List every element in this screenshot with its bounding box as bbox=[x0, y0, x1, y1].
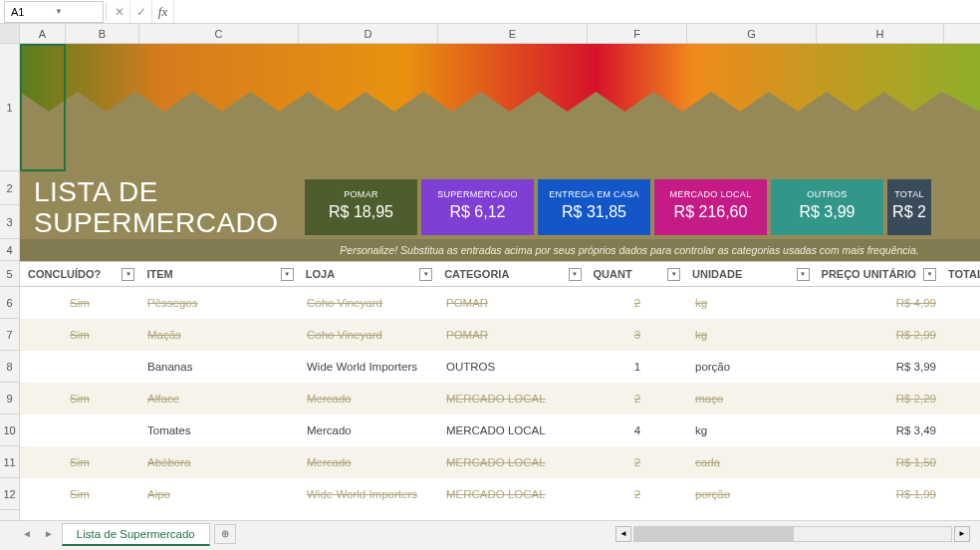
cell-item[interactable]: Aipo bbox=[139, 488, 299, 500]
table-row[interactable]: SimMaçãsCoho VineyardPOMAR3kgR$ 2,99 bbox=[20, 319, 980, 351]
cell-concluido[interactable]: Sim bbox=[20, 488, 139, 500]
row-header[interactable]: 10 bbox=[0, 414, 19, 446]
row-header[interactable]: 8 bbox=[0, 351, 19, 383]
cell-categoria[interactable]: MERCADO LOCAL bbox=[438, 456, 588, 468]
th-loja[interactable]: LOJA▼ bbox=[298, 262, 436, 286]
cell-quant[interactable]: 2 bbox=[588, 297, 687, 309]
cell-item[interactable]: Maçãs bbox=[139, 329, 299, 341]
cell-preco[interactable]: R$ 1,50 bbox=[817, 456, 944, 468]
row-header[interactable]: 4 bbox=[0, 239, 19, 261]
col-header[interactable]: F bbox=[588, 24, 687, 43]
confirm-icon[interactable]: ✓ bbox=[130, 1, 152, 23]
filter-icon[interactable]: ▼ bbox=[281, 268, 294, 281]
cell-loja[interactable]: Wide World Importers bbox=[299, 361, 438, 373]
fx-icon[interactable]: fx bbox=[152, 1, 174, 23]
scroll-thumb[interactable] bbox=[634, 527, 794, 541]
cell-unidade[interactable]: kg bbox=[687, 297, 817, 309]
scroll-right-button[interactable]: ► bbox=[954, 526, 970, 542]
cell-preco[interactable]: R$ 2,99 bbox=[817, 329, 944, 341]
col-header[interactable]: G bbox=[687, 24, 817, 43]
cell-item[interactable]: Alface bbox=[139, 393, 299, 405]
add-sheet-button[interactable]: ⊕ bbox=[214, 524, 236, 544]
name-box[interactable]: A1 ▼ bbox=[4, 1, 104, 23]
scroll-left-button[interactable]: ◄ bbox=[615, 526, 631, 542]
cell-concluido[interactable]: Sim bbox=[20, 393, 139, 405]
cell-categoria[interactable]: POMAR bbox=[438, 297, 588, 309]
cell-categoria[interactable]: MERCADO LOCAL bbox=[438, 424, 588, 436]
cell-preco[interactable]: R$ 3,99 bbox=[817, 361, 944, 373]
th-quant[interactable]: QUANT▼ bbox=[586, 262, 685, 286]
filter-icon[interactable]: ▼ bbox=[797, 268, 810, 281]
cell-quant[interactable]: 2 bbox=[588, 393, 687, 405]
cell-categoria[interactable]: MERCADO LOCAL bbox=[438, 488, 588, 500]
filter-icon[interactable]: ▼ bbox=[923, 268, 936, 281]
cell-item[interactable]: Bananas bbox=[139, 361, 299, 373]
cancel-icon[interactable]: ✕ bbox=[109, 1, 130, 23]
th-concluido[interactable]: CONCLUÍDO?▼ bbox=[20, 262, 138, 286]
col-header[interactable]: H bbox=[817, 24, 944, 43]
table-row[interactable]: SimPêssegosCoho VineyardPOMAR2kgR$ 4,99 bbox=[20, 287, 980, 319]
cell-item[interactable]: Pêssegos bbox=[139, 297, 299, 309]
cell-preco[interactable]: R$ 1,99 bbox=[817, 488, 944, 500]
th-categoria[interactable]: CATEGORIA▼ bbox=[436, 262, 585, 286]
scroll-track[interactable] bbox=[633, 526, 952, 542]
cell-item[interactable]: Tomates bbox=[139, 424, 299, 436]
filter-icon[interactable]: ▼ bbox=[569, 268, 582, 281]
row-header[interactable]: 12 bbox=[0, 478, 19, 510]
filter-icon[interactable]: ▼ bbox=[667, 268, 680, 281]
chevron-down-icon[interactable]: ▼ bbox=[55, 7, 97, 16]
cell-preco[interactable]: R$ 2,29 bbox=[817, 393, 944, 405]
th-unidade[interactable]: UNIDADE▼ bbox=[684, 262, 813, 286]
col-header[interactable]: D bbox=[299, 24, 438, 43]
table-row[interactable]: SimAbóboraMercadoMERCADO LOCAL2cadaR$ 1,… bbox=[20, 446, 980, 478]
spreadsheet-area[interactable]: LISTA DE SUPERMERCADO POMARR$ 18,95SUPER… bbox=[20, 44, 980, 520]
cell-categoria[interactable]: MERCADO LOCAL bbox=[438, 393, 588, 405]
cell-categoria[interactable]: OUTROS bbox=[438, 361, 588, 373]
row-header[interactable]: 2 bbox=[0, 171, 19, 205]
table-row[interactable]: BananasWide World ImportersOUTROS1porção… bbox=[20, 351, 980, 383]
col-header[interactable]: E bbox=[438, 24, 588, 43]
cell-quant[interactable]: 4 bbox=[588, 424, 687, 436]
table-row[interactable]: SimAlfaceMercadoMERCADO LOCAL2maçoR$ 2,2… bbox=[20, 383, 980, 414]
tab-nav-prev-icon[interactable]: ◄ bbox=[18, 528, 36, 539]
cell-quant[interactable]: 2 bbox=[588, 488, 687, 500]
cell-loja[interactable]: Mercado bbox=[299, 456, 438, 468]
select-all-corner[interactable] bbox=[0, 24, 20, 43]
cell-loja[interactable]: Mercado bbox=[299, 393, 438, 405]
row-header[interactable]: 9 bbox=[0, 383, 19, 414]
row-header[interactable]: 6 bbox=[0, 287, 19, 319]
col-header[interactable]: A bbox=[20, 24, 66, 43]
filter-icon[interactable]: ▼ bbox=[419, 268, 432, 281]
row-header[interactable]: 11 bbox=[0, 446, 19, 478]
th-total[interactable]: TOTAL bbox=[940, 262, 980, 286]
cell-quant[interactable]: 3 bbox=[588, 329, 687, 341]
cell-preco[interactable]: R$ 3,49 bbox=[817, 424, 944, 436]
col-header[interactable]: C bbox=[139, 24, 299, 43]
cell-quant[interactable]: 1 bbox=[588, 361, 687, 373]
cell-loja[interactable]: Wide World Importers bbox=[299, 488, 438, 500]
row-header[interactable]: 7 bbox=[0, 319, 19, 351]
col-header[interactable]: B bbox=[66, 24, 139, 43]
cell-loja[interactable]: Coho Vineyard bbox=[299, 329, 438, 341]
cell-loja[interactable]: Coho Vineyard bbox=[299, 297, 438, 309]
filter-icon[interactable]: ▼ bbox=[122, 268, 134, 281]
cell-item[interactable]: Abóbora bbox=[139, 456, 299, 468]
sheet-tab[interactable]: Lista de Supermercado bbox=[62, 523, 210, 546]
formula-input[interactable] bbox=[174, 1, 980, 23]
th-preco[interactable]: PREÇO UNITÁRIO▼ bbox=[814, 262, 940, 286]
table-row[interactable]: SimAipoWide World ImportersMERCADO LOCAL… bbox=[20, 478, 980, 510]
row-header[interactable]: 1 bbox=[0, 44, 19, 171]
table-row[interactable]: TomatesMercadoMERCADO LOCAL4kgR$ 3,49 bbox=[20, 414, 980, 446]
cell-concluido[interactable]: Sim bbox=[20, 456, 139, 468]
tab-nav-next-icon[interactable]: ► bbox=[40, 528, 58, 539]
cell-preco[interactable]: R$ 4,99 bbox=[817, 297, 944, 309]
cell-concluido[interactable]: Sim bbox=[20, 329, 139, 341]
cell-categoria[interactable]: POMAR bbox=[438, 329, 588, 341]
cell-unidade[interactable]: porção bbox=[687, 488, 817, 500]
cell-unidade[interactable]: cada bbox=[687, 456, 817, 468]
cell-quant[interactable]: 2 bbox=[588, 456, 687, 468]
cell-unidade[interactable]: kg bbox=[687, 329, 817, 341]
th-item[interactable]: ITEM▼ bbox=[138, 262, 297, 286]
cell-loja[interactable]: Mercado bbox=[299, 424, 438, 436]
row-header[interactable]: 3 bbox=[0, 205, 19, 239]
